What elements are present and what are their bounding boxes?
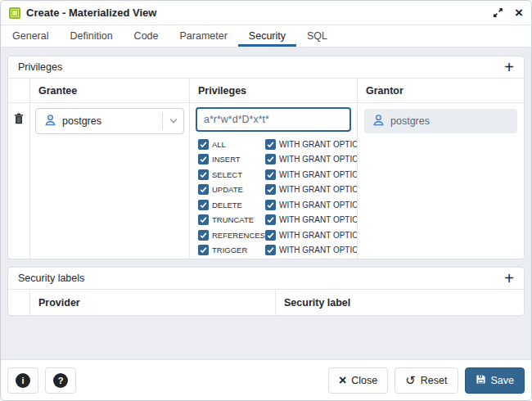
grant-option-label: WITH GRANT OPTION <box>279 246 358 255</box>
tab-security[interactable]: Security <box>238 25 296 47</box>
select-divider <box>162 113 163 129</box>
privilege-checkbox[interactable] <box>198 154 209 164</box>
tab-bar: GeneralDefinitionCodeParameterSecuritySQ… <box>1 25 531 47</box>
security-tab-content: Privileges + Grantee Privileges Grantor <box>1 47 531 359</box>
privilege-label: REFERENCES <box>212 231 265 240</box>
dialog-title: Create - Materialized View <box>26 7 156 19</box>
footer-bar: i ? × Close ↺ Reset Save <box>1 359 531 400</box>
privileges-table: Grantee Privileges Grantor <box>8 79 524 259</box>
grant-option-label: WITH GRANT OPTION <box>279 200 358 210</box>
grantee-select[interactable]: postgres <box>35 108 184 134</box>
security-labels-table-header: Provider Security label <box>8 290 524 315</box>
privilege-checkbox-row: UPDATEWITH GRANT OPTION <box>190 182 357 198</box>
security-labels-title: Security labels <box>18 273 84 284</box>
grant-option-label: WITH GRANT OPTION <box>279 155 358 164</box>
provider-column-header: Provider <box>30 290 276 315</box>
grant-option-checkbox[interactable] <box>265 169 276 180</box>
delete-row-icon[interactable] <box>8 103 29 128</box>
control-column-header <box>8 79 30 102</box>
help-button[interactable]: ? <box>45 367 76 394</box>
privileges-input[interactable] <box>196 107 351 132</box>
user-icon <box>44 114 56 129</box>
grant-option-label: WITH GRANT OPTION <box>279 170 358 179</box>
privilege-checkbox-row: SELECTWITH GRANT OPTION <box>190 167 357 182</box>
privilege-checkbox-row: REFERENCESWITH GRANT OPTION <box>190 228 357 243</box>
privilege-checkbox[interactable] <box>198 139 209 150</box>
grantor-field: postgres <box>364 109 517 133</box>
privilege-checkbox[interactable] <box>198 214 209 225</box>
privilege-label: ALL <box>212 140 265 149</box>
privilege-label: UPDATE <box>212 185 265 194</box>
grantor-column-header: Grantor <box>358 79 524 102</box>
tab-general[interactable]: General <box>2 25 59 47</box>
title-bar: Create - Materialized View × <box>1 1 531 25</box>
security-labels-header: Security labels + <box>8 268 524 290</box>
privilege-checkbox-row: INSERTWITH GRANT OPTION <box>190 152 357 168</box>
grant-option-label: WITH GRANT OPTION <box>279 231 358 240</box>
privilege-label: DELETE <box>212 200 265 210</box>
privilege-checkbox-row: TRIGGERWITH GRANT OPTION <box>190 243 357 259</box>
save-disk-icon <box>476 374 486 387</box>
close-x-icon: × <box>339 374 346 387</box>
maximize-icon[interactable] <box>493 7 503 18</box>
grant-option-checkbox[interactable] <box>265 245 276 255</box>
privilege-checkbox[interactable] <box>198 200 209 210</box>
grant-option-label: WITH GRANT OPTION <box>279 215 358 224</box>
grant-option-checkbox[interactable] <box>265 139 276 150</box>
reset-button[interactable]: ↺ Reset <box>394 367 458 394</box>
info-icon: i <box>16 373 30 388</box>
privilege-checkbox[interactable] <box>198 230 209 241</box>
chevron-down-icon[interactable] <box>169 118 178 124</box>
grant-option-checkbox[interactable] <box>265 154 276 164</box>
privileges-title: Privileges <box>18 61 62 73</box>
privilege-row: postgres ALLWITH GRANT OPTIONINSERTWITH … <box>8 103 524 259</box>
privileges-section: Privileges + Grantee Privileges Grantor <box>7 56 525 259</box>
materialized-view-icon <box>9 7 20 19</box>
grantee-column-header: Grantee <box>30 79 190 102</box>
close-button[interactable]: × Close <box>328 367 388 394</box>
reset-icon: ↺ <box>405 374 416 386</box>
privilege-label: TRIGGER <box>212 246 265 255</box>
privileges-table-header: Grantee Privileges Grantor <box>8 79 524 103</box>
privilege-label: INSERT <box>212 155 265 164</box>
user-icon <box>372 114 385 129</box>
privileges-column-header: Privileges <box>190 79 358 102</box>
security-labels-section: Security labels + Provider Security labe… <box>7 267 525 316</box>
grantor-value: postgres <box>390 115 430 127</box>
save-button[interactable]: Save <box>465 367 525 394</box>
tab-parameter[interactable]: Parameter <box>169 25 238 47</box>
security-label-column-header: Security label <box>276 290 524 315</box>
tab-definition[interactable]: Definition <box>59 25 123 47</box>
privilege-checkbox[interactable] <box>198 245 209 255</box>
create-materialized-view-dialog: Create - Materialized View × GeneralDefi… <box>0 0 532 401</box>
grant-option-label: WITH GRANT OPTION <box>279 140 358 149</box>
privilege-label: TRUNCATE <box>212 215 265 224</box>
privilege-checkbox[interactable] <box>198 184 209 195</box>
grant-option-checkbox[interactable] <box>265 230 276 241</box>
tab-code[interactable]: Code <box>124 25 169 47</box>
privilege-checkbox-row: DELETEWITH GRANT OPTION <box>190 197 357 213</box>
help-icon: ? <box>53 373 68 388</box>
privileges-header: Privileges + <box>8 56 524 79</box>
privilege-checkbox-list: ALLWITH GRANT OPTIONINSERTWITH GRANT OPT… <box>190 135 357 258</box>
info-button[interactable]: i <box>7 367 38 394</box>
control-column-header <box>8 290 30 315</box>
close-icon[interactable]: × <box>515 6 523 20</box>
grant-option-checkbox[interactable] <box>265 184 276 195</box>
add-privilege-button[interactable]: + <box>504 59 514 75</box>
privilege-label: SELECT <box>212 170 265 179</box>
grant-option-label: WITH GRANT OPTION <box>279 185 358 194</box>
grant-option-checkbox[interactable] <box>265 214 276 225</box>
grant-option-checkbox[interactable] <box>265 200 276 210</box>
tab-sql[interactable]: SQL <box>296 25 338 47</box>
grantee-value: postgres <box>62 115 101 127</box>
privilege-checkbox[interactable] <box>198 169 209 180</box>
privilege-checkbox-row: ALLWITH GRANT OPTION <box>190 137 357 152</box>
privilege-checkbox-row: TRUNCATEWITH GRANT OPTION <box>190 213 357 228</box>
add-security-label-button[interactable]: + <box>504 270 514 286</box>
